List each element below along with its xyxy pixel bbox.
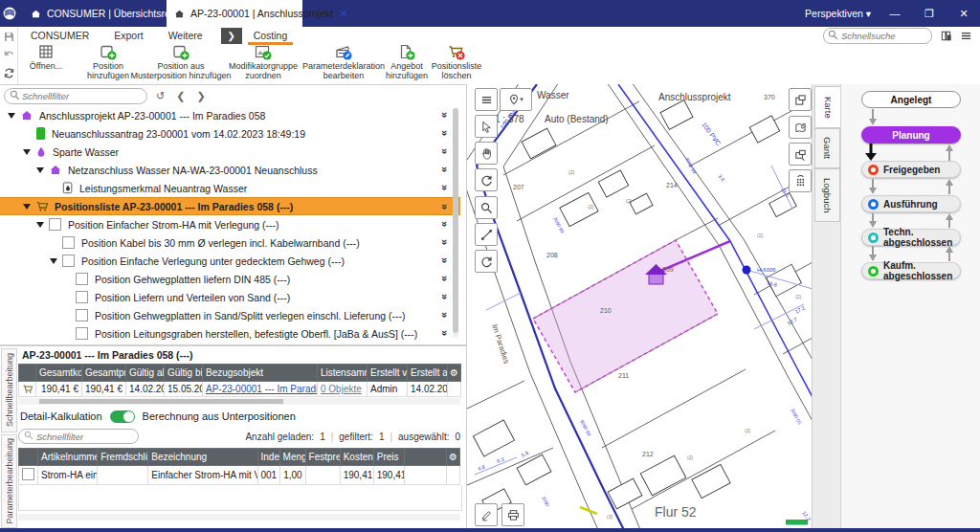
- horizontal-scrollbar[interactable]: [18, 398, 460, 405]
- expand-all-icon[interactable]: »: [439, 276, 451, 279]
- expand-all-icon[interactable]: »: [439, 330, 451, 334]
- collapse-arrow-icon[interactable]: [23, 204, 31, 210]
- tree-item[interactable]: Netzanschluss Wasser NA-WA-23-00001 Neua…: [0, 161, 460, 179]
- position-checkbox[interactable]: [62, 236, 75, 249]
- map-select-cursor-button[interactable]: [475, 115, 498, 138]
- detail-filter[interactable]: [18, 429, 139, 444]
- tree-item[interactable]: Position Liefern und Verteilen von Sand …: [0, 288, 460, 306]
- tab-gantt[interactable]: Gantt: [814, 128, 840, 168]
- table-row[interactable]: Strom-HA einfach Einfacher Strom-HA mit …: [19, 466, 460, 485]
- nav-back-icon[interactable]: ❮: [173, 90, 188, 102]
- minimize-button[interactable]: —: [884, 8, 905, 19]
- tree-item[interactable]: Neuanschlussantrag 23-00001 vom 14.02.20…: [0, 124, 460, 143]
- collapse-arrow-icon[interactable]: [8, 113, 15, 119]
- tab-uebersichtsreiter[interactable]: CONSUMER | Übersichtsreiter ✕: [23, 0, 165, 27]
- tree-item[interactable]: Anschlussprojekt AP-23-00001 --- Im Para…: [0, 106, 460, 124]
- map-menu-button[interactable]: [475, 88, 498, 111]
- nav-forward-icon[interactable]: ❯: [193, 90, 208, 102]
- table-settings-gear-icon[interactable]: ⚙: [446, 449, 459, 466]
- map-print-button[interactable]: [501, 503, 524, 526]
- detail-kalkulation-toggle[interactable]: [110, 410, 135, 423]
- map-legend-button[interactable]: [789, 116, 812, 139]
- position-checkbox[interactable]: [49, 218, 61, 231]
- open-button[interactable]: Öffnen...: [17, 44, 75, 71]
- collapse-arrow-icon[interactable]: [50, 258, 57, 264]
- workflow-step-techn-abgeschlossen[interactable]: Techn. abgeschlossen: [861, 229, 961, 246]
- tree-item[interactable]: Position Gehwegplatten in Sand/Splitt ve…: [0, 306, 460, 324]
- collapse-arrow-icon[interactable]: [36, 167, 44, 173]
- map-layers-button[interactable]: [789, 88, 812, 111]
- expand-all-icon[interactable]: »: [439, 221, 451, 225]
- map-rotate-button[interactable]: [475, 250, 498, 273]
- position-checkbox[interactable]: [76, 273, 88, 285]
- collapse-arrow-icon[interactable]: [36, 222, 44, 228]
- ribbon-expand-button[interactable]: ❯: [221, 28, 242, 44]
- map-pin-dropdown[interactable]: ▾: [500, 88, 532, 111]
- position-checkbox[interactable]: [62, 255, 75, 267]
- selected-parcel[interactable]: [533, 240, 718, 392]
- expand-all-icon[interactable]: »: [439, 239, 451, 243]
- map-edit-button[interactable]: [475, 503, 498, 526]
- tree-filter-input[interactable]: [4, 88, 147, 104]
- map-views-button[interactable]: [789, 143, 812, 166]
- collapse-arrow-icon[interactable]: [23, 149, 31, 155]
- table-row[interactable]: 190,41 € 190,41 € 14.02.2023 15.05.2023 …: [19, 382, 461, 397]
- tab-anschlussprojekt[interactable]: AP-23-00001 | Anschlussprojekt ✕: [167, 0, 302, 27]
- menu-export[interactable]: Export: [101, 30, 155, 41]
- expand-all-icon[interactable]: »: [439, 204, 451, 208]
- workflow-step-freigegeben[interactable]: Freigegeben: [861, 161, 961, 178]
- expand-all-icon[interactable]: »: [439, 312, 451, 316]
- expand-all-icon[interactable]: »: [439, 185, 451, 188]
- map-refresh-button[interactable]: [475, 168, 498, 191]
- tab-logbuch[interactable]: Logbuch: [814, 168, 840, 222]
- workflow-step-angelegt[interactable]: Angelegt: [861, 91, 961, 108]
- expand-all-icon[interactable]: »: [439, 130, 451, 134]
- expand-all-icon[interactable]: »: [439, 257, 451, 261]
- expand-all-icon[interactable]: »: [439, 166, 451, 170]
- maximize-button[interactable]: ❐: [919, 8, 940, 20]
- tree-item-selected[interactable]: Positionsliste AP-23-00001 --- Im Paradi…: [0, 197, 460, 215]
- hydrant-node[interactable]: [743, 266, 751, 275]
- perspektiven-dropdown[interactable]: Perspektiven ▾: [805, 8, 871, 19]
- position-checkbox[interactable]: [76, 291, 88, 303]
- tree-item[interactable]: Position Einfache Verlegung unter gedeck…: [0, 252, 460, 270]
- map-apps-button[interactable]: [789, 169, 812, 192]
- table-settings-gear-icon[interactable]: ⚙: [448, 365, 461, 382]
- close-button[interactable]: ✕: [953, 8, 974, 20]
- position-checkbox[interactable]: [76, 309, 88, 321]
- position-checkbox[interactable]: [76, 327, 88, 340]
- menu-consumer[interactable]: CONSUMER: [18, 30, 101, 41]
- tree-filter[interactable]: [4, 88, 147, 104]
- tree-item[interactable]: Position Einfacher Strom-HA mit Verlegun…: [0, 215, 460, 233]
- workflow-step-planung[interactable]: Planung: [861, 126, 961, 144]
- expand-all-icon[interactable]: »: [439, 148, 451, 152]
- workflow-step-kaufm-abgeschlossen[interactable]: Kaufm. abgeschlossen: [861, 262, 961, 279]
- refresh-icon[interactable]: [3, 67, 15, 79]
- search-input[interactable]: [823, 28, 932, 44]
- tree-scrollbar[interactable]: [453, 108, 458, 338]
- tree-item[interactable]: Position Kabel bis 30 mm Ø verlegen incl…: [0, 233, 460, 252]
- tab-parameterbearbeitung[interactable]: Parameterbearbeitung: [1, 434, 17, 528]
- row-checkbox[interactable]: [22, 468, 34, 480]
- expand-all-icon[interactable]: »: [439, 112, 451, 116]
- listensammler-link[interactable]: 0 Objekte: [321, 384, 362, 394]
- map-view[interactable]: 370 207 208 209 210 211 212 214 (2) (2) …: [466, 84, 813, 532]
- save-icon[interactable]: [3, 31, 15, 43]
- tab-karte[interactable]: Karte: [814, 86, 841, 128]
- tree-item[interactable]: Position Leitungsgraben herstellen, befe…: [0, 324, 460, 343]
- report-icon[interactable]: [940, 30, 952, 42]
- reset-filter-icon[interactable]: ↺: [153, 90, 167, 102]
- bezugsobjekt-link[interactable]: AP-23-00001 --- Im Paradies 058: [206, 384, 318, 394]
- undo-icon[interactable]: [3, 49, 15, 61]
- workflow-step-ausfuehrung[interactable]: Ausführung: [861, 195, 961, 212]
- map-pan-button[interactable]: [475, 142, 498, 165]
- detail-filter-input[interactable]: [18, 429, 139, 444]
- tree-item[interactable]: Sparte Wasser»: [0, 143, 460, 161]
- close-tab-icon[interactable]: ✕: [339, 8, 347, 20]
- expand-all-icon[interactable]: »: [439, 294, 451, 298]
- global-search[interactable]: [823, 28, 932, 44]
- map-measure-button[interactable]: [475, 223, 498, 246]
- tab-costing[interactable]: Costing: [242, 27, 300, 44]
- horizontal-scrollbar[interactable]: [18, 514, 460, 521]
- tree-item[interactable]: Leistungsmerkmal Neuantrag Wasser»: [0, 179, 460, 197]
